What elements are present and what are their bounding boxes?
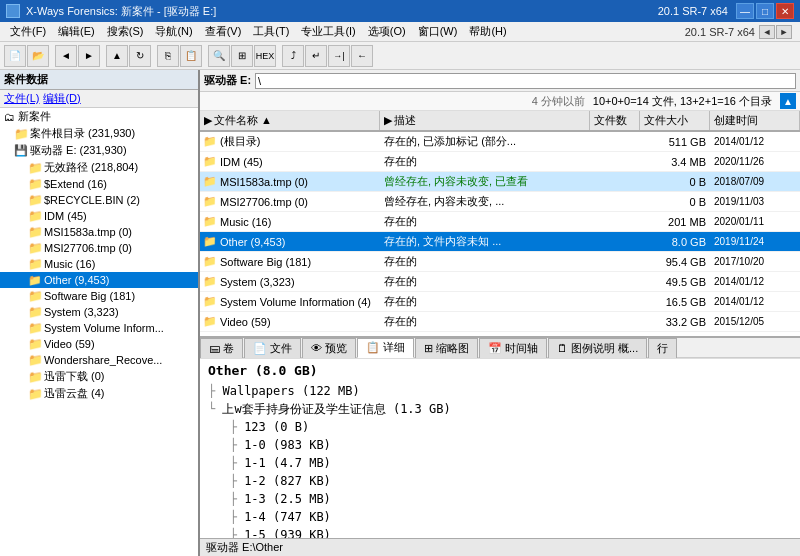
tree-item-software[interactable]: 📁 Software Big (181) (0, 288, 198, 304)
tb-back[interactable]: ◄ (55, 45, 77, 67)
tree-item-wondershare[interactable]: 📁 Wondershare_Recove... (0, 352, 198, 368)
tree-item-video[interactable]: 📁 Video (59) (0, 336, 198, 352)
folder-icon: 📁 (28, 387, 42, 401)
tb-nav4[interactable]: ← (351, 45, 373, 67)
case-icon: 🗂 (2, 110, 16, 124)
table-row[interactable]: 📁 System (3,323) 存在的 49.5 GB 2014/01/12 (200, 272, 800, 292)
tb-nav3[interactable]: →| (328, 45, 350, 67)
tb-nav1[interactable]: ⤴ (282, 45, 304, 67)
table-row[interactable]: 📁 Other (9,453) 存在的, 文件内容未知 ... 8.0 GB 2… (200, 232, 800, 252)
tab-file[interactable]: 📄 文件 (244, 338, 301, 358)
tb-copy[interactable]: ⎘ (157, 45, 179, 67)
menu-file[interactable]: 文件(F) (4, 23, 52, 40)
addr-label: 驱动器 E: (204, 73, 251, 88)
folder-icon: 📁 (202, 194, 218, 210)
folder-icon: 📁 (28, 257, 42, 271)
folder-icon: 📁 (202, 274, 218, 290)
panel-edit-menu[interactable]: 编辑(D) (43, 91, 80, 106)
col-header-count[interactable]: 文件数 (590, 111, 640, 130)
tree-item-xunlei-cloud[interactable]: 📁 迅雷云盘 (4) (0, 385, 198, 402)
tb-forward[interactable]: ► (78, 45, 100, 67)
col-header-created[interactable]: 创建时间 (710, 111, 800, 130)
folder-icon: 📁 (202, 254, 218, 270)
menu-tools[interactable]: 工具(T) (247, 23, 295, 40)
tab-preview[interactable]: 👁 预览 (302, 338, 356, 358)
tb-paste[interactable]: 📋 (180, 45, 202, 67)
col-header-desc[interactable]: ▶ 描述 (380, 111, 590, 130)
table-row[interactable]: 📁 System Volume Information (4) 存在的 16.5… (200, 292, 800, 312)
minimize-button[interactable]: — (736, 3, 754, 19)
tb-up[interactable]: ▲ (106, 45, 128, 67)
table-row[interactable]: 📁 MSI27706.tmp (0) 曾经存在, 内容未改变, ... 0 B … (200, 192, 800, 212)
col-header-name[interactable]: ▶ 文件名称 ▲ (200, 111, 380, 130)
col-header-size[interactable]: 文件大小 (640, 111, 710, 130)
tree-item-case[interactable]: 🗂 新案件 (0, 108, 198, 125)
tb-filter[interactable]: ⊞ (231, 45, 253, 67)
tb-new[interactable]: 📄 (4, 45, 26, 67)
tree-item-recycle[interactable]: 📁 $RECYCLE.BIN (2) (0, 192, 198, 208)
tb-refresh[interactable]: ↻ (129, 45, 151, 67)
table-row[interactable]: 📁 Music (16) 存在的 201 MB 2020/01/11 (200, 212, 800, 232)
tree-item-idm[interactable]: 📁 IDM (45) (0, 208, 198, 224)
legend-icon: 🗒 (557, 342, 568, 354)
tree-item-drive-e[interactable]: 💾 驱动器 E: (231,930) (0, 142, 198, 159)
preview-tree-line: ├ 123 (0 B) (208, 418, 792, 436)
tab-row[interactable]: 行 (648, 338, 677, 358)
close-button[interactable]: ✕ (776, 3, 794, 19)
address-bar: 驱动器 E: (200, 70, 800, 92)
addr-input[interactable] (255, 73, 796, 89)
menu-window[interactable]: 窗口(W) (412, 23, 464, 40)
hdd-icon: 💾 (14, 144, 28, 158)
table-row[interactable]: 📁 IDM (45) 存在的 3.4 MB 2020/11/26 (200, 152, 800, 172)
tree-item-root[interactable]: 📁 案件根目录 (231,930) (0, 125, 198, 142)
maximize-button[interactable]: □ (756, 3, 774, 19)
panel-file-menu[interactable]: 文件(L) (4, 91, 39, 106)
tree-item-extend[interactable]: 📁 $Extend (16) (0, 176, 198, 192)
preview-tree-line: ├ 1-3 (2.5 MB) (208, 490, 792, 508)
tree-item-msi2[interactable]: 📁 MSI27706.tmp (0) (0, 240, 198, 256)
tab-legend[interactable]: 🗒 图例说明 概... (548, 338, 647, 358)
tb-open[interactable]: 📂 (27, 45, 49, 67)
tree-item-other[interactable]: 📁 Other (9,453) (0, 272, 198, 288)
expand-button[interactable]: ▲ (780, 93, 796, 109)
thumb-icon: ⊞ (424, 342, 433, 355)
ver-btn-right[interactable]: ► (776, 25, 792, 39)
table-row[interactable]: 📁 MSI1583a.tmp (0) 曾经存在, 内容未改变, 已查看 0 B … (200, 172, 800, 192)
vol-icon: 🖴 (209, 342, 220, 354)
title-text: X-Ways Forensics: 新案件 - [驱动器 E:] (26, 4, 216, 19)
menu-edit[interactable]: 编辑(E) (52, 23, 101, 40)
menu-search[interactable]: 搜索(S) (101, 23, 150, 40)
menu-view[interactable]: 查看(V) (199, 23, 248, 40)
tab-timeline[interactable]: 📅 时间轴 (479, 338, 547, 358)
tree-item-music[interactable]: 📁 Music (16) (0, 256, 198, 272)
folder-icon: 📁 (28, 353, 42, 367)
main-layout: 案件数据 文件(L) 编辑(D) 🗂 新案件 📁 案件根目录 (231,930)… (0, 70, 800, 556)
tab-thumb[interactable]: ⊞ 缩略图 (415, 338, 478, 358)
tree-item-svi[interactable]: 📁 System Volume Inform... (0, 320, 198, 336)
tree-item-invalid[interactable]: 📁 无效路径 (218,804) (0, 159, 198, 176)
file-list-area: ▶ 文件名称 ▲ ▶ 描述 文件数 文件大小 创建时间 (200, 111, 800, 336)
table-row[interactable]: 📁 Software Big (181) 存在的 95.4 GB 2017/10… (200, 252, 800, 272)
tab-detail[interactable]: 📋 详细 (357, 338, 414, 358)
folder-icon: 📁 (28, 321, 42, 335)
tree-item-xunlei-dl[interactable]: 📁 迅雷下载 (0) (0, 368, 198, 385)
tb-nav2[interactable]: ↵ (305, 45, 327, 67)
panel-toolbar: 文件(L) 编辑(D) (0, 90, 198, 108)
table-row[interactable]: 📁 Video (59) 存在的 33.2 GB 2015/12/05 (200, 312, 800, 332)
tb-find[interactable]: 🔍 (208, 45, 230, 67)
tree-item-system[interactable]: 📁 System (3,323) (0, 304, 198, 320)
preview-tree-line: ├ 1-1 (4.7 MB) (208, 454, 792, 472)
timeline-icon: 📅 (488, 342, 502, 355)
tree-item-msi1[interactable]: 📁 MSI1583a.tmp (0) (0, 224, 198, 240)
tab-vol[interactable]: 🖴 卷 (200, 338, 243, 358)
bottom-tabs: 🖴 卷 📄 文件 👁 预览 📋 详细 ⊞ 缩略图 📅 时间轴 (200, 336, 800, 358)
menu-options[interactable]: 选项(O) (362, 23, 412, 40)
folder-icon: 📁 (202, 214, 218, 230)
tb-hex[interactable]: HEX (254, 45, 276, 67)
file-icon: 📄 (253, 342, 267, 355)
menu-nav[interactable]: 导航(N) (149, 23, 198, 40)
table-row[interactable]: 📁 (根目录) 存在的, 已添加标记 (部分... 511 GB 2014/01… (200, 132, 800, 152)
menu-help[interactable]: 帮助(H) (463, 23, 512, 40)
menu-proftool[interactable]: 专业工具(I) (295, 23, 361, 40)
ver-btn-left[interactable]: ◄ (759, 25, 775, 39)
